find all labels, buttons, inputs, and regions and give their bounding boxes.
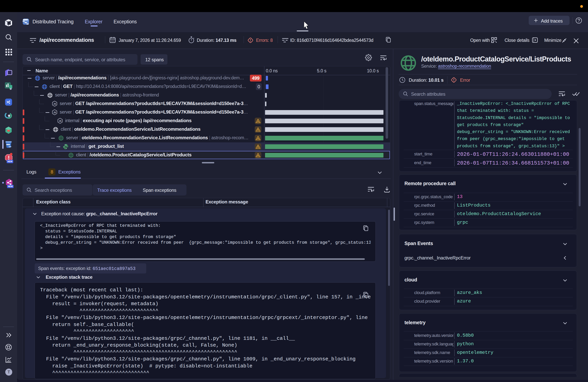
svg-text:JS: JS xyxy=(53,103,56,105)
svg-text:JS: JS xyxy=(53,111,56,114)
svg-text:JS: JS xyxy=(59,120,62,122)
